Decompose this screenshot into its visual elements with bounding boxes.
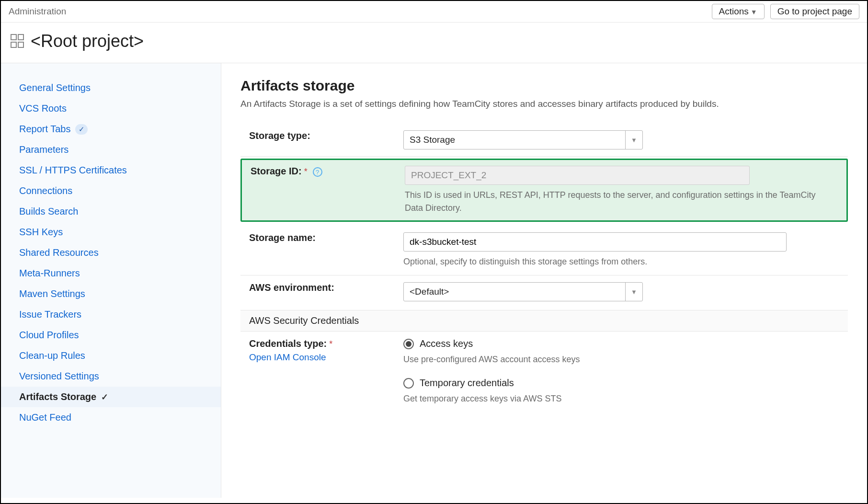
sidebar-item-general-settings[interactable]: General Settings — [1, 78, 221, 98]
sidebar-item-label: Parameters — [19, 144, 69, 155]
sidebar-item-label: VCS Roots — [19, 103, 67, 114]
storage-id-highlight: Storage ID: * ? This ID is used in URLs,… — [240, 159, 848, 222]
sidebar-item-vcs-roots[interactable]: VCS Roots — [1, 98, 221, 119]
sidebar-item-label: Issue Trackers — [19, 309, 81, 320]
sidebar-item-label: General Settings — [19, 82, 91, 93]
sidebar-item-shared-resources[interactable]: Shared Resources — [1, 242, 221, 263]
aws-env-value: <Default> — [404, 286, 625, 297]
sidebar-item-label: Builds Search — [19, 206, 78, 217]
temp-credentials-label: Temporary credentials — [420, 378, 514, 389]
storage-type-label: Storage type: — [249, 130, 310, 141]
temp-credentials-radio[interactable] — [403, 378, 414, 389]
sidebar-item-issue-trackers[interactable]: Issue Trackers — [1, 304, 221, 325]
sidebar-item-label: Cloud Profiles — [19, 330, 79, 341]
storage-name-row: Storage name: Optional, specify to disti… — [240, 226, 848, 275]
check-icon: ✓ — [101, 392, 108, 402]
sidebar-item-label: Artifacts Storage — [19, 391, 96, 402]
actions-button[interactable]: Actions▼ — [712, 4, 765, 19]
required-marker: * — [304, 167, 308, 176]
sidebar-item-ssl-https-certificates[interactable]: SSL / HTTPS Certificates — [1, 160, 221, 181]
sidebar-item-label: NuGet Feed — [19, 412, 71, 423]
storage-name-label: Storage name: — [249, 232, 316, 243]
sidebar-item-label: Clean-up Rules — [19, 350, 85, 361]
aws-creds-section-header: AWS Security Credentials — [240, 310, 848, 332]
page-title-row: <Root project> — [1, 23, 867, 63]
aws-env-row: AWS environment: <Default> ▼ — [240, 275, 848, 308]
aws-env-label: AWS environment: — [249, 282, 334, 293]
temp-credentials-hint: Get temporary access keys via AWS STS — [403, 392, 848, 405]
sidebar-item-versioned-settings[interactable]: Versioned Settings — [1, 366, 221, 387]
storage-name-hint: Optional, specify to distinguish this st… — [403, 255, 848, 268]
chevron-down-icon: ▼ — [625, 131, 642, 149]
access-keys-label: Access keys — [420, 338, 473, 349]
storage-name-input[interactable] — [403, 232, 787, 252]
sidebar-item-connections[interactable]: Connections — [1, 181, 221, 201]
open-iam-link[interactable]: Open IAM Console — [249, 352, 394, 363]
header-bar: Administration Actions▼ Go to project pa… — [1, 1, 867, 23]
sidebar-item-builds-search[interactable]: Builds Search — [1, 201, 221, 222]
sidebar-item-label: Report Tabs — [19, 124, 70, 135]
access-keys-hint: Use pre-configured AWS account access ke… — [403, 353, 848, 366]
main-description: An Artifacts Storage is a set of setting… — [240, 99, 848, 109]
breadcrumb[interactable]: Administration — [9, 6, 66, 17]
goto-project-button[interactable]: Go to project page — [770, 4, 859, 19]
help-icon[interactable]: ? — [313, 167, 322, 177]
sidebar-item-parameters[interactable]: Parameters — [1, 139, 221, 160]
sidebar-item-label: Maven Settings — [19, 288, 85, 299]
storage-id-input[interactable] — [405, 166, 750, 185]
sidebar-item-label: Versioned Settings — [19, 371, 99, 382]
sidebar-item-meta-runners[interactable]: Meta-Runners — [1, 263, 221, 284]
storage-id-label: Storage ID: — [251, 166, 302, 176]
aws-env-select[interactable]: <Default> ▼ — [403, 282, 643, 301]
page-title: <Root project> — [31, 31, 144, 51]
project-icon — [11, 34, 25, 48]
sidebar-item-cloud-profiles[interactable]: Cloud Profiles — [1, 325, 221, 345]
chevron-down-icon: ▼ — [625, 283, 642, 301]
access-keys-option: Access keys Use pre-configured AWS accou… — [403, 338, 848, 366]
header-actions: Actions▼ Go to project page — [712, 4, 860, 19]
storage-type-row: Storage type: S3 Storage ▼ — [240, 124, 848, 157]
temp-credentials-option: Temporary credentials Get temporary acce… — [403, 378, 848, 405]
main-heading: Artifacts storage — [240, 78, 848, 94]
storage-type-select[interactable]: S3 Storage ▼ — [403, 130, 643, 149]
sidebar-item-maven-settings[interactable]: Maven Settings — [1, 284, 221, 304]
sidebar-item-clean-up-rules[interactable]: Clean-up Rules — [1, 345, 221, 366]
storage-type-value: S3 Storage — [404, 135, 625, 145]
caret-down-icon: ▼ — [751, 8, 757, 16]
actions-button-label: Actions — [719, 6, 749, 16]
sidebar-item-artifacts-storage[interactable]: Artifacts Storage✓ — [1, 387, 221, 407]
sidebar-item-label: SSH Keys — [19, 227, 63, 238]
credentials-type-label: Credentials type: — [249, 338, 327, 349]
sidebar-item-ssh-keys[interactable]: SSH Keys — [1, 222, 221, 242]
credentials-type-row: Credentials type: * Open IAM Console Acc… — [240, 332, 848, 424]
sidebar-item-nuget-feed[interactable]: NuGet Feed — [1, 407, 221, 428]
sidebar-item-label: Connections — [19, 185, 72, 196]
sidebar-item-report-tabs[interactable]: Report Tabs✓ — [1, 119, 221, 139]
main-content: Artifacts storage An Artifacts Storage i… — [221, 63, 867, 498]
sidebar-item-label: Meta-Runners — [19, 268, 80, 279]
storage-id-hint: This ID is used in URLs, REST API, HTTP … — [405, 189, 836, 215]
sidebar: General SettingsVCS RootsReport Tabs✓Par… — [1, 63, 221, 498]
required-marker: * — [329, 339, 332, 349]
sidebar-item-label: Shared Resources — [19, 247, 99, 258]
count-badge: ✓ — [75, 124, 88, 135]
sidebar-item-label: SSL / HTTPS Certificates — [19, 165, 127, 176]
access-keys-radio[interactable] — [403, 339, 414, 349]
